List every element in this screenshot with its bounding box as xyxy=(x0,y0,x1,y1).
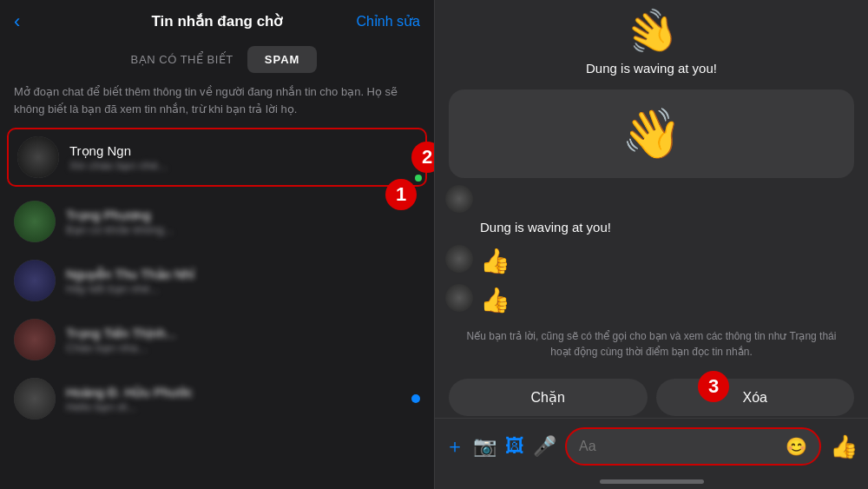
info-note: Nếu bạn trả lời, cũng sẽ có thể gọi cho … xyxy=(435,323,868,365)
tab-spam[interactable]: SPAM xyxy=(247,46,318,73)
header: ‹ Tin nhắn đang chờ Chỉnh sửa xyxy=(0,0,434,39)
avatar xyxy=(445,284,473,312)
camera-icon[interactable]: 📷 xyxy=(473,435,496,458)
list-item[interactable]: Nguyễn Thu Thảo Nhỉ Hãy kết bạn nhé... xyxy=(0,251,434,310)
image-icon[interactable]: 🖼 xyxy=(505,435,524,458)
conv-name: Hoàng Đ. Hữu Phước xyxy=(66,385,401,400)
message-row: 👍 xyxy=(435,284,868,316)
wave-emoji-card: 👋 xyxy=(621,105,682,162)
tabs-row: BẠN CÓ THỂ BIẾT SPAM xyxy=(0,39,434,83)
conv-info: Nguyễn Thu Thảo Nhỉ Hãy kết bạn nhé... xyxy=(66,267,420,295)
conv-preview: Hãy kết bạn nhé... xyxy=(66,282,420,295)
chat-scroll: 👋 Dung is waving at you! 👋 Dung is wavin… xyxy=(435,0,868,418)
list-item[interactable]: Trọng Tiến Thịnh... Chào bạn nha... xyxy=(0,310,434,369)
list-item[interactable]: Trọng Ngn Xin chào bạn nhé... xyxy=(7,128,427,187)
delete-button[interactable]: Xóa xyxy=(656,379,855,416)
conv-preview: Chào bạn nha... xyxy=(66,341,420,354)
wave-label-top: Dung is waving at you! xyxy=(586,61,717,76)
wave-top-section: 👋 Dung is waving at you! xyxy=(435,9,868,83)
wave-emoji-top: 👋 xyxy=(619,1,685,64)
avatar xyxy=(17,136,59,178)
home-indicator xyxy=(600,479,704,484)
conversation-list: Trọng Ngn Xin chào bạn nhé... 2 Trọng Ph… xyxy=(0,128,434,489)
right-panel: 👋 Dung is waving at you! 👋 Dung is wavin… xyxy=(434,0,868,489)
conv-preview: Xin chào bạn nhé... xyxy=(69,159,417,172)
avatar xyxy=(445,185,473,213)
wave-label-bottom: Dung is waving at you! xyxy=(435,220,868,238)
emoji-button[interactable]: 😊 xyxy=(786,436,807,457)
divider xyxy=(435,418,868,419)
message-input-wrapper: 😊 xyxy=(565,427,821,466)
back-button[interactable]: ‹ xyxy=(14,10,20,33)
thumb-message: 👍 xyxy=(480,245,510,277)
conv-preview: Bạn có khỏe không... xyxy=(66,223,420,236)
info-text: Mở đoạn chat để biết thêm thông tin về n… xyxy=(0,83,434,128)
message-row: 👍 xyxy=(435,245,868,277)
message-row xyxy=(435,185,868,213)
conv-name: Trọng Phương xyxy=(66,208,420,223)
conv-info: Trọng Phương Bạn có khỏe không... xyxy=(66,208,420,236)
step-badge-3: 3 xyxy=(698,371,729,402)
avatar xyxy=(14,319,56,360)
wave-card: 👋 xyxy=(449,89,854,178)
avatar xyxy=(14,260,56,301)
mic-icon[interactable]: 🎤 xyxy=(533,435,556,458)
conv-info: Hoàng Đ. Hữu Phước Hello bạn ơi... xyxy=(66,385,401,413)
like-button[interactable]: 👍 xyxy=(830,433,858,460)
block-button[interactable]: Chặn xyxy=(449,379,648,416)
conv-info: Trọng Ngn Xin chào bạn nhé... xyxy=(69,143,417,172)
tab-ban-co-the-biet[interactable]: BẠN CÓ THỂ BIẾT xyxy=(117,46,247,73)
unread-indicator xyxy=(411,394,420,403)
left-panel: ‹ Tin nhắn đang chờ Chỉnh sửa BẠN CÓ THỂ… xyxy=(0,0,434,489)
conv-name: Trọng Tiến Thịnh... xyxy=(66,326,420,341)
list-item[interactable]: Trọng Phương Bạn có khỏe không... xyxy=(0,192,434,251)
conv-name: Trọng Ngn xyxy=(69,143,417,159)
conv-preview: Hello bạn ơi... xyxy=(66,400,401,413)
avatar xyxy=(14,378,56,420)
page-title: Tin nhắn đang chờ xyxy=(152,12,283,30)
avatar xyxy=(445,245,473,273)
message-input[interactable] xyxy=(579,439,786,454)
conv-info: Trọng Tiến Thịnh... Chào bạn nha... xyxy=(66,326,420,354)
avatar xyxy=(14,201,56,242)
plus-icon[interactable]: ＋ xyxy=(445,433,464,459)
list-item[interactable]: Hoàng Đ. Hữu Phước Hello bạn ơi... xyxy=(0,369,434,428)
action-buttons: Chặn Xóa xyxy=(435,372,868,418)
conv-name: Nguyễn Thu Thảo Nhỉ xyxy=(66,267,420,282)
thumb-message: 👍 xyxy=(480,284,510,316)
edit-button[interactable]: Chỉnh sửa xyxy=(356,13,420,30)
input-bar: ＋ 📷 🖼 🎤 😊 👍 xyxy=(435,422,868,478)
step-badge-1: 1 xyxy=(385,179,417,210)
